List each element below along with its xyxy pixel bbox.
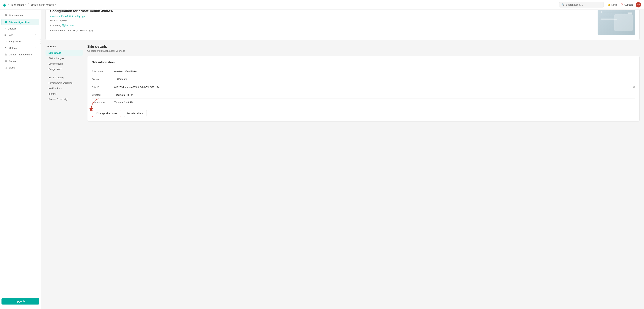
sidebar-item-label: Site overview: [9, 14, 23, 17]
sidebar-item-logs[interactable]: ≡ Logs ▾: [2, 32, 39, 38]
sidebar-item-deploys[interactable]: ↑ Deploys: [2, 26, 39, 32]
sidebar: ⊞ Site overview ⚙ Site configuration ↑ D…: [0, 10, 41, 126]
site-card-text: Configuration for ornate-muffin-49b6e4 o…: [50, 9, 593, 33]
info-row-site-id: Site ID: 0d8261dc-dafd-4085-9c8d-8e7db52…: [92, 83, 635, 91]
config-nav-item-environment-variables[interactable]: Environment variables: [46, 80, 83, 86]
action-buttons-row: Change site name Transfer site ▾: [92, 110, 635, 117]
info-row-owner: Owner: 日升's team: [92, 75, 635, 83]
config-navigation: General Site details Status badges Site …: [46, 44, 83, 122]
config-nav-item-notifications[interactable]: Notifications: [46, 86, 83, 91]
owner-link[interactable]: 日升's team: [62, 24, 74, 27]
sidebar-item-label: Site configuration: [9, 21, 30, 24]
chevron-down-icon-2: ▾: [55, 4, 56, 6]
config-nav-item-status-badges[interactable]: Status badges: [46, 56, 83, 61]
top-navigation: ◈ / 日升's team ▾ / ornate-muffin-49b6e4 ▾…: [0, 0, 644, 10]
site-config-title: Configuration for ornate-muffin-49b6e4: [50, 9, 593, 13]
upload-icon: ↑: [4, 27, 6, 30]
support-button[interactable]: ❓ Support: [620, 3, 633, 6]
site-info-card: Configuration for ornate-muffin-49b6e4 o…: [46, 5, 640, 40]
nav-separator: /: [8, 3, 9, 7]
top-actions: 🔔 News ❓ Support 日升: [608, 2, 641, 8]
config-nav-general: General Site details Status badges Site …: [46, 44, 83, 72]
sidebar-item-site-overview[interactable]: ⊞ Site overview: [2, 12, 39, 19]
sidebar-item-integrations[interactable]: ⋯ Integrations: [2, 38, 39, 45]
integrations-icon: ⋯: [4, 40, 7, 43]
search-icon: 🔍: [562, 3, 564, 6]
nav-separator-2: /: [28, 3, 29, 7]
info-value-created: Today at 2:48 PM: [114, 94, 635, 96]
transfer-site-label: Transfer site: [127, 112, 141, 115]
info-label-site-name: Site name:: [92, 70, 114, 73]
chevron-down-icon: ▾: [35, 34, 36, 36]
page-title: Site details: [87, 44, 640, 49]
config-nav-item-danger-zone[interactable]: Danger zone: [46, 66, 83, 72]
team-selector[interactable]: 日升's team ▾: [11, 3, 26, 7]
sidebar-item-forms[interactable]: ▤ Forms: [2, 58, 39, 64]
preview-dot: [600, 11, 602, 13]
info-label-created: Created:: [92, 94, 114, 96]
info-row-last-update: Last update: Today at 2:48 PM: [92, 99, 635, 106]
blobs-icon: ◷: [4, 66, 7, 69]
avatar[interactable]: 日升: [636, 2, 641, 8]
search-box[interactable]: 🔍: [559, 2, 604, 8]
metrics-icon: ∿: [4, 46, 7, 50]
info-label-last-update: Last update:: [92, 101, 114, 104]
gear-icon: ⚙: [5, 20, 7, 24]
sidebar-item-label: Blobs: [9, 66, 15, 69]
avatar-initials: 日升: [637, 4, 640, 6]
support-label: Support: [624, 3, 633, 6]
config-nav-item-build-deploy[interactable]: Build & deploy: [46, 75, 83, 80]
main-content: Configuration for ornate-muffin-49b6e4 o…: [41, 0, 644, 126]
sidebar-item-domain-management[interactable]: ◎ Domain management: [2, 51, 39, 58]
config-nav-item-site-details[interactable]: Site details: [46, 50, 83, 56]
sidebar-item-blobs[interactable]: ◷ Blobs: [2, 64, 39, 71]
logo-icon: ◈: [3, 3, 6, 7]
config-nav-other: Build & deploy Environment variables Not…: [46, 75, 83, 102]
info-value-site-name: ornate-muffin-49b6e4: [114, 70, 635, 73]
transfer-site-button[interactable]: Transfer site ▾: [124, 110, 147, 117]
info-row-site-name: Site name: ornate-muffin-49b6e4: [92, 68, 635, 75]
bell-icon: 🔔: [608, 3, 610, 6]
config-nav-item-site-members[interactable]: Site members: [46, 61, 83, 66]
info-label-owner: Owner:: [92, 78, 114, 81]
sidebar-item-metrics[interactable]: ∿ Metrics ▾: [2, 45, 39, 51]
chevron-down-icon: ▾: [24, 4, 26, 6]
site-preview-thumbnail: [598, 9, 635, 35]
netlify-logo[interactable]: ◈: [3, 3, 6, 7]
chevron-down-icon-2: ▾: [35, 47, 36, 49]
info-value-last-update: Today at 2:48 PM: [114, 101, 635, 104]
sidebar-item-label: Metrics: [9, 47, 16, 50]
config-nav-item-identity[interactable]: Identity: [46, 91, 83, 97]
site-name: ornate-muffin-49b6e4: [31, 3, 54, 6]
help-icon: ❓: [620, 3, 623, 6]
search-input[interactable]: [566, 3, 601, 6]
logs-icon: ≡: [4, 33, 6, 37]
info-box-title: Site information: [92, 61, 635, 64]
copy-icon[interactable]: ⧉: [633, 86, 635, 89]
forms-icon: ▤: [4, 59, 7, 63]
preview-content-box: [614, 14, 633, 31]
news-label: News: [611, 3, 618, 6]
news-button[interactable]: 🔔 News: [608, 3, 618, 6]
config-content: Site details General information about y…: [87, 44, 640, 122]
change-site-name-button[interactable]: Change site name: [92, 110, 122, 117]
site-information-box: Site information Site name: ornate-muffi…: [87, 56, 640, 122]
info-label-site-id: Site ID:: [92, 86, 114, 89]
config-nav-item-access-security[interactable]: Access & security: [46, 97, 83, 102]
deploy-type: Manual deploys.: [50, 19, 593, 23]
info-row-created: Created: Today at 2:48 PM: [92, 91, 635, 99]
sidebar-item-label: Logs: [8, 34, 13, 36]
site-url-link[interactable]: ornate-muffin-49b6e4.netlify.app: [50, 15, 85, 18]
sidebar-item-label: Forms: [9, 60, 16, 63]
config-nav-group-general: General: [46, 44, 83, 49]
site-selector[interactable]: ornate-muffin-49b6e4 ▾: [31, 3, 56, 6]
sidebar-item-label: Deploys: [8, 27, 16, 30]
preview-bar: [603, 12, 628, 12]
preview-menu-icon: [628, 11, 632, 14]
chevron-down-icon-transfer: ▾: [142, 112, 144, 115]
sidebar-item-label: Integrations: [9, 40, 22, 43]
page-subtitle: General information about your site: [87, 50, 640, 52]
domain-icon: ◎: [4, 53, 7, 56]
team-name: 日升's team: [11, 3, 24, 7]
sidebar-item-site-configuration[interactable]: ⚙ Site configuration: [2, 19, 39, 25]
